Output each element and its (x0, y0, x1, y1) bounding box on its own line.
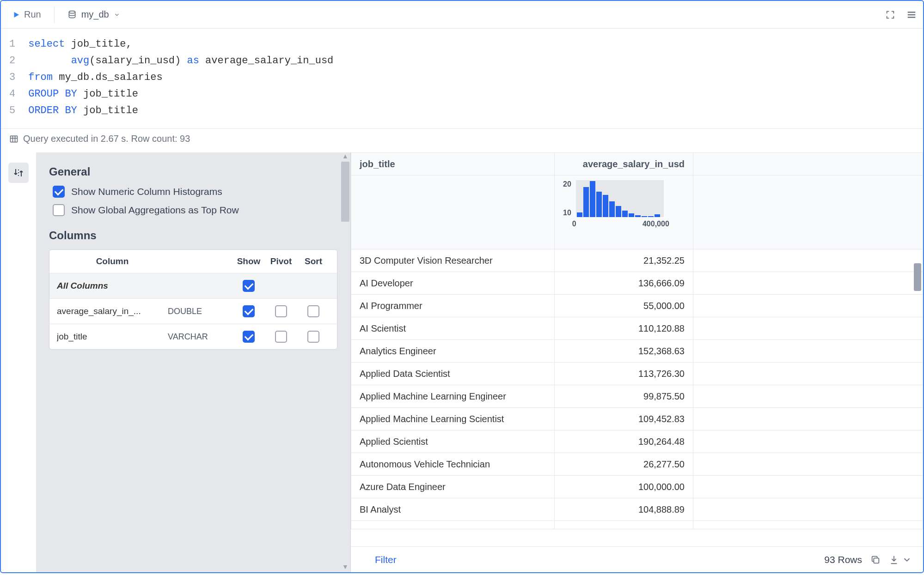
histogram-bar (609, 201, 615, 217)
columns-panel-toggle[interactable] (8, 163, 29, 183)
show-global-agg-checkbox[interactable] (53, 204, 65, 216)
cell-job-title: Applied Scientist (351, 430, 555, 453)
cell-job-title: Analytics Engineer (351, 340, 555, 363)
column-type: DOUBLE (168, 307, 233, 316)
scroll-down-icon[interactable]: ▼ (342, 563, 349, 570)
run-button[interactable]: Run (7, 6, 46, 23)
cell-job-title: AI Developer (351, 272, 555, 295)
histogram-cell: 20 10 0 400,000 (555, 176, 693, 249)
column-sort-checkbox[interactable] (307, 305, 319, 317)
general-heading: General (49, 165, 337, 178)
header-show: Show (233, 256, 265, 266)
table-row[interactable]: Applied Scientist190,264.48 (351, 430, 923, 453)
table-row[interactable]: Applied Data Scientist113,726.30 (351, 363, 923, 385)
copy-icon (870, 555, 881, 565)
cell-job-title: BI Analyst (351, 498, 555, 521)
results-scrollbar[interactable] (914, 152, 922, 546)
code-line[interactable]: select job_title, (28, 36, 923, 53)
column-show-checkbox[interactable] (243, 331, 255, 343)
table-row[interactable]: Analytics Engineer152,368.63 (351, 340, 923, 363)
results-scrollbar-thumb[interactable] (914, 263, 921, 291)
cell-avg-salary: 21,352.25 (555, 249, 693, 272)
sidebar-panel: General Show Numeric Column Histograms S… (36, 152, 350, 572)
column-show-checkbox[interactable] (243, 305, 255, 317)
fullscreen-button[interactable] (885, 10, 895, 20)
all-columns-row: All Columns (49, 273, 337, 299)
cell-empty (693, 340, 923, 363)
column-pivot-checkbox[interactable] (275, 331, 287, 343)
download-button[interactable] (889, 555, 899, 565)
chevron-down-icon (902, 555, 912, 565)
cell-avg-salary: 55,000.00 (555, 295, 693, 317)
play-icon (12, 11, 20, 19)
table-row[interactable]: Autonomous Vehicle Technician26,277.50 (351, 453, 923, 476)
header-column: Column (57, 256, 168, 266)
table-row[interactable]: 3D Computer Vision Researcher21,352.25 (351, 249, 923, 272)
histogram-bar (596, 192, 602, 217)
histogram-xtick: 400,000 (643, 220, 669, 228)
cell-avg-salary: 136,666.09 (555, 272, 693, 295)
column-name: average_salary_in_... (57, 306, 168, 316)
code-line[interactable]: from my_db.ds_salaries (28, 69, 923, 86)
column-sort-checkbox[interactable] (307, 331, 319, 343)
table-row[interactable] (351, 521, 923, 529)
cell-job-title: 3D Computer Vision Researcher (351, 249, 555, 272)
table-row[interactable]: AI Scientist110,120.88 (351, 317, 923, 340)
database-picker[interactable]: my_db (63, 6, 125, 23)
menu-button[interactable] (906, 10, 917, 20)
table-row[interactable]: Applied Machine Learning Scientist109,45… (351, 408, 923, 430)
table-row[interactable]: AI Developer136,666.09 (351, 272, 923, 295)
copy-button[interactable] (870, 555, 881, 565)
row-count-label: 93 Rows (824, 554, 862, 565)
histogram-bar (577, 212, 582, 217)
code-line[interactable]: avg(salary_in_usd) as average_salary_in_… (28, 53, 923, 69)
results-table: job_title average_salary_in_usd 20 10 (351, 152, 923, 529)
status-bar: Query executed in 2.67 s. Row count: 93 (1, 129, 923, 152)
scrollbar-thumb[interactable] (341, 162, 349, 222)
show-histograms-label: Show Numeric Column Histograms (71, 186, 222, 197)
cell-avg-salary: 104,888.89 (555, 498, 693, 521)
cell-empty (693, 408, 923, 430)
header-empty (693, 153, 923, 176)
cell-avg-salary: 113,726.30 (555, 363, 693, 385)
hamburger-icon (906, 10, 917, 20)
code-line[interactable]: ORDER BY job_title (28, 103, 923, 119)
status-text: Query executed in 2.67 s. Row count: 93 (23, 133, 190, 144)
cell-job-title: Applied Data Scientist (351, 363, 555, 385)
sql-editor[interactable]: 12345 select job_title, avg(salary_in_us… (1, 29, 923, 129)
download-menu-button[interactable] (902, 555, 912, 565)
cell-avg-salary: 110,120.88 (555, 317, 693, 340)
histogram-bar (622, 211, 628, 217)
cell-empty (693, 317, 923, 340)
svg-point-0 (69, 11, 75, 13)
sidebar-scrollbar[interactable]: ▲ ▼ (340, 152, 350, 572)
all-columns-show-checkbox[interactable] (243, 280, 255, 292)
all-columns-label: All Columns (57, 281, 168, 291)
cell-empty (693, 476, 923, 498)
column-pivot-checkbox[interactable] (275, 305, 287, 317)
columns-heading: Columns (49, 229, 337, 242)
histogram-ytick: 10 (563, 209, 571, 217)
cell-empty (693, 453, 923, 476)
toolbar-divider (54, 6, 55, 23)
filter-button[interactable]: Filter (375, 554, 397, 565)
cell-job-title: Applied Machine Learning Scientist (351, 408, 555, 430)
chevron-down-icon (114, 12, 120, 18)
code-line[interactable]: GROUP BY job_title (28, 86, 923, 103)
cell-avg-salary: 109,452.83 (555, 408, 693, 430)
table-row[interactable]: BI Analyst104,888.89 (351, 498, 923, 521)
scroll-up-icon[interactable]: ▲ (342, 152, 349, 160)
histogram-bar (655, 214, 660, 217)
editor-code[interactable]: select job_title, avg(salary_in_usd) as … (28, 36, 923, 119)
header-avg-salary[interactable]: average_salary_in_usd (555, 153, 693, 176)
table-row[interactable]: Applied Machine Learning Engineer99,875.… (351, 385, 923, 408)
header-job-title[interactable]: job_title (351, 153, 555, 176)
table-row[interactable]: AI Programmer55,000.00 (351, 295, 923, 317)
cell-avg-salary: 190,264.48 (555, 430, 693, 453)
database-name: my_db (81, 9, 109, 20)
expand-icon (885, 10, 895, 20)
cell-empty (693, 272, 923, 295)
table-row[interactable]: Azure Data Engineer100,000.00 (351, 476, 923, 498)
histogram-bar (635, 215, 641, 217)
show-histograms-checkbox[interactable] (53, 186, 65, 198)
